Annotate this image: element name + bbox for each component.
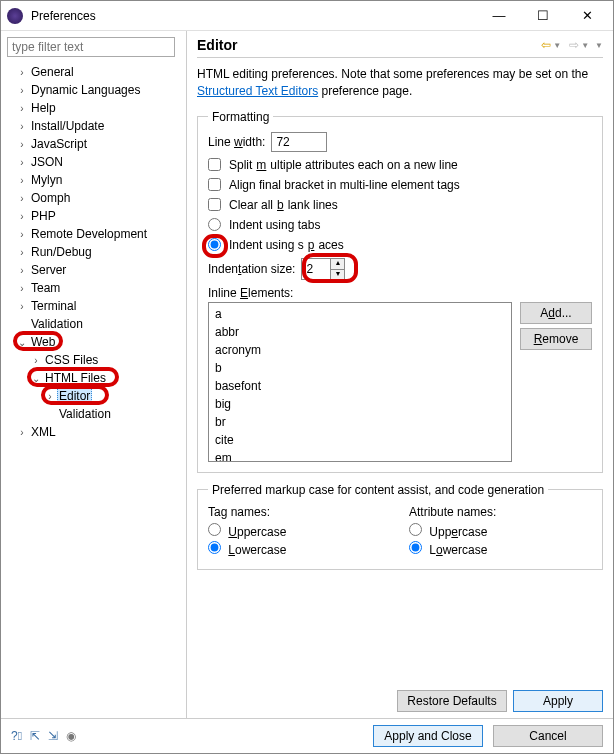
tree-item-html-files[interactable]: ⌄HTML Files [7,369,186,387]
spin-down-icon[interactable]: ▼ [330,269,344,279]
list-item[interactable]: abbr [215,323,505,341]
tag-uppercase-radio[interactable]: Uppercase [208,523,391,539]
tree-item-help[interactable]: ›Help [7,99,186,117]
tree-item-label: Run/Debug [29,245,94,259]
inline-elements-list[interactable]: aabbracronymbbasefontbigbrciteem [208,302,512,462]
tree-item-validation[interactable]: Validation [7,405,186,423]
attr-uppercase-radio[interactable]: Uppercase [409,523,592,539]
list-item[interactable]: basefont [215,377,505,395]
record-icon[interactable]: ◉ [66,729,76,743]
expand-icon[interactable]: › [15,67,29,78]
split-checkbox[interactable]: Split multiple attributes each on a new … [208,158,458,172]
expand-icon[interactable]: › [15,85,29,96]
add-button[interactable]: Add... [520,302,592,324]
list-item[interactable]: br [215,413,505,431]
restore-defaults-button[interactable]: Restore Defaults [397,690,507,712]
forward-dropdown-icon[interactable]: ▼ [581,41,589,50]
tree-item-json[interactable]: ›JSON [7,153,186,171]
tag-lowercase-radio[interactable]: Lowercase [208,541,391,557]
expand-icon[interactable]: › [15,157,29,168]
tree-item-javascript[interactable]: ›JavaScript [7,135,186,153]
expand-icon[interactable]: ⌄ [29,373,43,384]
tree-item-general[interactable]: ›General [7,63,186,81]
tree-item-xml[interactable]: ›XML [7,423,186,441]
indent-size-spinner[interactable]: ▲▼ [301,258,345,280]
attr-lowercase-radio[interactable]: Lowercase [409,541,592,557]
tree-item-mylyn[interactable]: ›Mylyn [7,171,186,189]
tree-item-validation[interactable]: Validation [7,315,186,333]
cancel-button[interactable]: Cancel [493,725,603,747]
list-item[interactable]: cite [215,431,505,449]
spin-up-icon[interactable]: ▲ [330,259,344,269]
sidebar: ›General›Dynamic Languages›Help›Install/… [1,31,187,718]
apply-button[interactable]: Apply [513,690,603,712]
list-item[interactable]: big [215,395,505,413]
tree-item-terminal[interactable]: ›Terminal [7,297,186,315]
tree-item-team[interactable]: ›Team [7,279,186,297]
tree-item-label: Validation [57,407,113,421]
tree-item-web[interactable]: ⌄Web [7,333,186,351]
tree-item-remote-development[interactable]: ›Remote Development [7,225,186,243]
indent-size-input[interactable] [302,259,330,279]
preferences-tree[interactable]: ›General›Dynamic Languages›Help›Install/… [7,63,186,712]
expand-icon[interactable]: › [15,139,29,150]
tree-item-editor[interactable]: ›Editor [7,387,186,405]
expand-icon[interactable]: ⌄ [15,337,29,348]
eclipse-icon [7,8,23,24]
apply-and-close-button[interactable]: Apply and Close [373,725,483,747]
titlebar: Preferences — ☐ ✕ [1,1,613,31]
tree-item-php[interactable]: ›PHP [7,207,186,225]
clear-checkbox[interactable]: Clear all blank lines [208,198,338,212]
tree-item-label: Help [29,101,58,115]
align-checkbox[interactable]: Align final bracket in multi-line elemen… [208,178,460,192]
tree-item-label: Mylyn [29,173,64,187]
list-item[interactable]: a [215,305,505,323]
filter-input[interactable] [7,37,175,57]
expand-icon[interactable]: › [15,427,29,438]
expand-icon[interactable]: › [15,193,29,204]
help-icon[interactable]: ?⃝ [11,729,22,743]
tree-item-label: Team [29,281,62,295]
expand-icon[interactable]: › [15,247,29,258]
indent-spaces-radio[interactable]: Indent using spaces [208,238,344,252]
export-icon[interactable]: ⇲ [48,729,58,743]
tree-item-install-update[interactable]: ›Install/Update [7,117,186,135]
tree-item-server[interactable]: ›Server [7,261,186,279]
tree-item-run-debug[interactable]: ›Run/Debug [7,243,186,261]
expand-icon[interactable]: › [15,265,29,276]
tree-item-dynamic-languages[interactable]: ›Dynamic Languages [7,81,186,99]
maximize-button[interactable]: ☐ [523,2,563,30]
tree-item-label: Web [29,335,57,349]
tree-item-label: Editor [57,388,92,404]
remove-button[interactable]: Remove [520,328,592,350]
tree-item-css-files[interactable]: ›CSS Files [7,351,186,369]
page-title: Editor [197,37,541,53]
back-dropdown-icon[interactable]: ▼ [553,41,561,50]
list-item[interactable]: em [215,449,505,462]
expand-icon[interactable]: › [29,355,43,366]
line-width-input[interactable] [271,132,327,152]
tree-item-label: JavaScript [29,137,89,151]
indent-tabs-radio[interactable]: Indent using tabs [208,218,320,232]
menu-dropdown-icon[interactable]: ▼ [595,41,603,50]
expand-icon[interactable]: › [15,211,29,222]
expand-icon[interactable]: › [15,301,29,312]
structured-text-editors-link[interactable]: Structured Text Editors [197,84,318,98]
list-item[interactable]: b [215,359,505,377]
expand-icon[interactable]: › [43,391,57,402]
expand-icon[interactable]: › [15,121,29,132]
list-item[interactable]: acronym [215,341,505,359]
expand-icon[interactable]: › [15,175,29,186]
expand-icon[interactable]: › [15,229,29,240]
tree-item-oomph[interactable]: ›Oomph [7,189,186,207]
window-controls: — ☐ ✕ [479,2,607,30]
back-icon[interactable]: ⇦ [541,38,551,52]
expand-icon[interactable]: › [15,283,29,294]
expand-icon[interactable]: › [15,103,29,114]
tree-item-label: Server [29,263,68,277]
minimize-button[interactable]: — [479,2,519,30]
close-button[interactable]: ✕ [567,2,607,30]
import-icon[interactable]: ⇱ [30,729,40,743]
footer: ?⃝ ⇱ ⇲ ◉ Apply and Close Cancel [1,718,613,753]
forward-icon[interactable]: ⇨ [569,38,579,52]
